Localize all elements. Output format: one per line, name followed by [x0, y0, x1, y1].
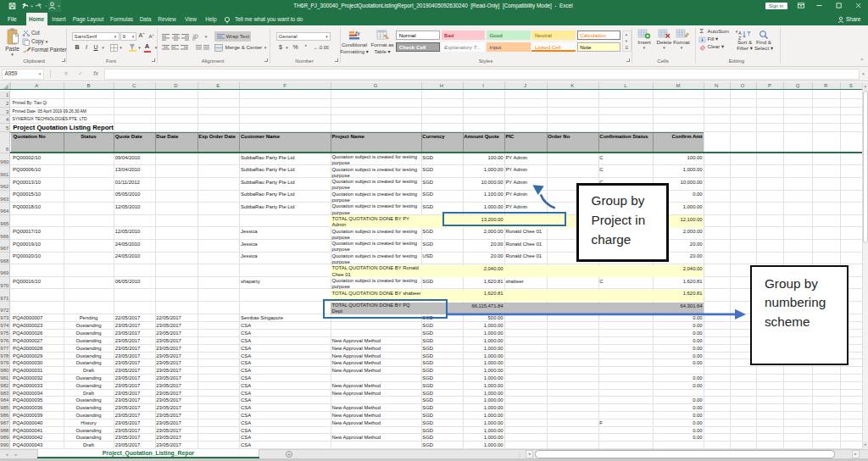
svg-text:fx: fx	[355, 31, 360, 36]
